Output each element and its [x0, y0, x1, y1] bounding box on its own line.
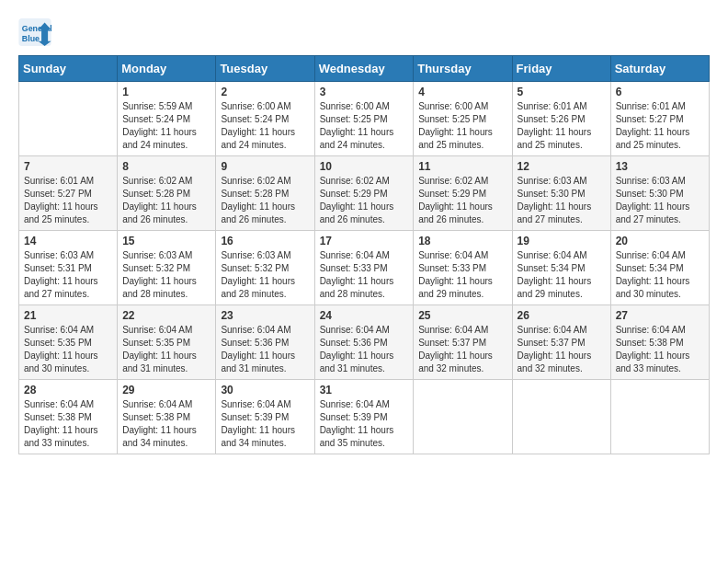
- day-number: 13: [616, 160, 704, 173]
- day-number: 15: [122, 235, 210, 247]
- calendar-cell: 23Sunrise: 6:04 AM Sunset: 5:36 PM Dayli…: [216, 305, 314, 380]
- day-info: Sunrise: 6:03 AM Sunset: 5:32 PM Dayligh…: [221, 249, 309, 301]
- day-number: 27: [616, 309, 704, 322]
- day-number: 25: [418, 309, 506, 322]
- day-info: Sunrise: 6:04 AM Sunset: 5:38 PM Dayligh…: [24, 398, 112, 450]
- calendar-cell: 21Sunrise: 6:04 AM Sunset: 5:35 PM Dayli…: [19, 305, 118, 380]
- day-info: Sunrise: 5:59 AM Sunset: 5:24 PM Dayligh…: [122, 100, 210, 152]
- calendar-cell: 27Sunrise: 6:04 AM Sunset: 5:38 PM Dayli…: [610, 305, 709, 380]
- day-number: 23: [221, 309, 309, 322]
- day-number: 22: [122, 309, 210, 322]
- calendar-cell: 17Sunrise: 6:04 AM Sunset: 5:33 PM Dayli…: [314, 231, 414, 305]
- calendar-cell: 30Sunrise: 6:04 AM Sunset: 5:39 PM Dayli…: [216, 380, 314, 454]
- calendar-cell: 20Sunrise: 6:04 AM Sunset: 5:34 PM Dayli…: [610, 231, 709, 305]
- weekday-header: Saturday: [610, 56, 709, 82]
- calendar-cell: 8Sunrise: 6:02 AM Sunset: 5:28 PM Daylig…: [118, 156, 216, 231]
- calendar-cell: 2Sunrise: 6:00 AM Sunset: 5:24 PM Daylig…: [216, 82, 314, 156]
- day-info: Sunrise: 6:00 AM Sunset: 5:24 PM Dayligh…: [221, 100, 309, 152]
- calendar-cell: [19, 82, 118, 156]
- calendar-cell: 26Sunrise: 6:04 AM Sunset: 5:37 PM Dayli…: [512, 305, 610, 380]
- day-number: 29: [122, 384, 210, 396]
- day-info: Sunrise: 6:04 AM Sunset: 5:36 PM Dayligh…: [320, 324, 409, 375]
- day-number: 20: [616, 235, 704, 247]
- day-number: 28: [24, 384, 112, 396]
- day-number: 12: [518, 160, 606, 173]
- calendar-cell: 6Sunrise: 6:01 AM Sunset: 5:27 PM Daylig…: [610, 82, 709, 156]
- day-info: Sunrise: 6:04 AM Sunset: 5:37 PM Dayligh…: [518, 324, 606, 375]
- day-number: 21: [24, 309, 112, 322]
- day-number: 16: [221, 235, 309, 247]
- day-info: Sunrise: 6:02 AM Sunset: 5:28 PM Dayligh…: [122, 175, 210, 226]
- day-number: 6: [616, 86, 704, 98]
- day-info: Sunrise: 6:04 AM Sunset: 5:39 PM Dayligh…: [221, 398, 309, 450]
- day-info: Sunrise: 6:02 AM Sunset: 5:28 PM Dayligh…: [221, 175, 309, 226]
- svg-text:Blue: Blue: [22, 34, 40, 43]
- day-number: 24: [320, 309, 409, 322]
- calendar-cell: 1Sunrise: 5:59 AM Sunset: 5:24 PM Daylig…: [118, 82, 216, 156]
- day-number: 19: [518, 235, 606, 247]
- day-number: 17: [320, 235, 409, 247]
- day-info: Sunrise: 6:01 AM Sunset: 5:26 PM Dayligh…: [518, 100, 606, 152]
- day-number: 26: [518, 309, 606, 322]
- day-info: Sunrise: 6:04 AM Sunset: 5:37 PM Dayligh…: [418, 324, 506, 375]
- calendar-table: SundayMondayTuesdayWednesdayThursdayFrid…: [18, 55, 710, 454]
- day-number: 3: [320, 86, 409, 98]
- calendar-cell: 28Sunrise: 6:04 AM Sunset: 5:38 PM Dayli…: [19, 380, 118, 454]
- day-info: Sunrise: 6:04 AM Sunset: 5:35 PM Dayligh…: [122, 324, 210, 375]
- day-number: 4: [418, 86, 506, 98]
- day-number: 10: [320, 160, 409, 173]
- day-info: Sunrise: 6:03 AM Sunset: 5:30 PM Dayligh…: [518, 175, 606, 226]
- day-info: Sunrise: 6:01 AM Sunset: 5:27 PM Dayligh…: [24, 175, 112, 226]
- calendar-cell: 25Sunrise: 6:04 AM Sunset: 5:37 PM Dayli…: [414, 305, 512, 380]
- weekday-header: Tuesday: [216, 56, 314, 82]
- calendar-cell: 10Sunrise: 6:02 AM Sunset: 5:29 PM Dayli…: [314, 156, 414, 231]
- day-number: 11: [418, 160, 506, 173]
- day-info: Sunrise: 6:04 AM Sunset: 5:38 PM Dayligh…: [616, 324, 704, 375]
- day-number: 1: [122, 86, 210, 98]
- calendar-cell: 29Sunrise: 6:04 AM Sunset: 5:38 PM Dayli…: [118, 380, 216, 454]
- calendar-cell: 3Sunrise: 6:00 AM Sunset: 5:25 PM Daylig…: [314, 82, 414, 156]
- day-number: 5: [518, 86, 606, 98]
- calendar-cell: [414, 380, 512, 454]
- day-info: Sunrise: 6:04 AM Sunset: 5:36 PM Dayligh…: [221, 324, 309, 375]
- calendar-cell: 5Sunrise: 6:01 AM Sunset: 5:26 PM Daylig…: [512, 82, 610, 156]
- day-info: Sunrise: 6:04 AM Sunset: 5:34 PM Dayligh…: [616, 249, 704, 301]
- calendar-cell: 24Sunrise: 6:04 AM Sunset: 5:36 PM Dayli…: [314, 305, 414, 380]
- day-info: Sunrise: 6:04 AM Sunset: 5:34 PM Dayligh…: [518, 249, 606, 301]
- day-number: 9: [221, 160, 309, 173]
- day-info: Sunrise: 6:03 AM Sunset: 5:30 PM Dayligh…: [616, 175, 704, 226]
- weekday-header: Sunday: [19, 56, 118, 82]
- calendar-cell: 18Sunrise: 6:04 AM Sunset: 5:33 PM Dayli…: [414, 231, 512, 305]
- weekday-header: Friday: [512, 56, 610, 82]
- day-info: Sunrise: 6:00 AM Sunset: 5:25 PM Dayligh…: [418, 100, 506, 152]
- day-info: Sunrise: 6:02 AM Sunset: 5:29 PM Dayligh…: [418, 175, 506, 226]
- day-info: Sunrise: 6:01 AM Sunset: 5:27 PM Dayligh…: [616, 100, 704, 152]
- logo-icon: General Blue: [18, 18, 51, 46]
- logo: General Blue: [18, 18, 55, 46]
- weekday-header: Thursday: [414, 56, 512, 82]
- day-info: Sunrise: 6:02 AM Sunset: 5:29 PM Dayligh…: [320, 175, 409, 226]
- day-number: 7: [24, 160, 112, 173]
- calendar-cell: 31Sunrise: 6:04 AM Sunset: 5:39 PM Dayli…: [314, 380, 414, 454]
- calendar-cell: 4Sunrise: 6:00 AM Sunset: 5:25 PM Daylig…: [414, 82, 512, 156]
- calendar-cell: [512, 380, 610, 454]
- page-header: General Blue: [18, 18, 710, 46]
- day-info: Sunrise: 6:04 AM Sunset: 5:35 PM Dayligh…: [24, 324, 112, 375]
- calendar-cell: [610, 380, 709, 454]
- calendar-cell: 13Sunrise: 6:03 AM Sunset: 5:30 PM Dayli…: [610, 156, 709, 231]
- weekday-header: Monday: [118, 56, 216, 82]
- day-info: Sunrise: 6:04 AM Sunset: 5:39 PM Dayligh…: [320, 398, 409, 450]
- day-number: 14: [24, 235, 112, 247]
- calendar-cell: 11Sunrise: 6:02 AM Sunset: 5:29 PM Dayli…: [414, 156, 512, 231]
- day-info: Sunrise: 6:03 AM Sunset: 5:31 PM Dayligh…: [24, 249, 112, 301]
- day-info: Sunrise: 6:04 AM Sunset: 5:33 PM Dayligh…: [320, 249, 409, 301]
- calendar-cell: 22Sunrise: 6:04 AM Sunset: 5:35 PM Dayli…: [118, 305, 216, 380]
- calendar-cell: 15Sunrise: 6:03 AM Sunset: 5:32 PM Dayli…: [118, 231, 216, 305]
- day-number: 18: [418, 235, 506, 247]
- day-number: 8: [122, 160, 210, 173]
- calendar-cell: 16Sunrise: 6:03 AM Sunset: 5:32 PM Dayli…: [216, 231, 314, 305]
- day-info: Sunrise: 6:00 AM Sunset: 5:25 PM Dayligh…: [320, 100, 409, 152]
- calendar-cell: 12Sunrise: 6:03 AM Sunset: 5:30 PM Dayli…: [512, 156, 610, 231]
- calendar-cell: 14Sunrise: 6:03 AM Sunset: 5:31 PM Dayli…: [19, 231, 118, 305]
- calendar-cell: 7Sunrise: 6:01 AM Sunset: 5:27 PM Daylig…: [19, 156, 118, 231]
